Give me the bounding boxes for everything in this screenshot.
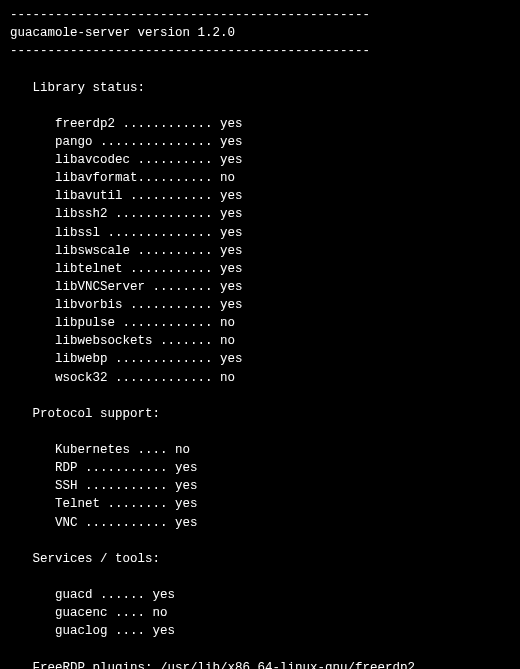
library-item-name: libssl	[55, 226, 100, 240]
library-item-row: libssl .............. yes	[10, 224, 510, 242]
library-item-status: yes	[220, 244, 243, 258]
services-item-status: yes	[153, 624, 176, 638]
dots: ..........	[130, 244, 220, 258]
blank	[10, 97, 510, 115]
library-item-name: pango	[55, 135, 93, 149]
divider-top: ----------------------------------------…	[10, 6, 510, 24]
dots: .............	[108, 352, 221, 366]
library-item-row: freerdp2 ............ yes	[10, 115, 510, 133]
protocol-item-status: yes	[175, 461, 198, 475]
protocol-item-name: SSH	[55, 479, 78, 493]
dots: ...........	[123, 189, 221, 203]
library-item-name: libswscale	[55, 244, 130, 258]
freerdp-plugins: FreeRDP plugins: /usr/lib/x86_64-linux-g…	[10, 659, 510, 670]
services-item-row: guaclog .... yes	[10, 622, 510, 640]
library-item-status: yes	[220, 226, 243, 240]
services-item-name: guaclog	[55, 624, 108, 638]
dots: .............	[108, 207, 221, 221]
protocol-item-status: yes	[175, 516, 198, 530]
library-item-status: yes	[220, 280, 243, 294]
protocol-heading: Protocol support:	[10, 405, 510, 423]
library-item-status: no	[220, 371, 235, 385]
library-item-row: libpulse ............ no	[10, 314, 510, 332]
services-item-name: guacenc	[55, 606, 108, 620]
library-item-status: yes	[220, 298, 243, 312]
library-item-status: no	[220, 171, 235, 185]
library-item-status: yes	[220, 117, 243, 131]
library-item-status: yes	[220, 135, 243, 149]
dots: ........	[100, 497, 175, 511]
library-item-row: libssh2 ............. yes	[10, 205, 510, 223]
library-item-row: libwebsockets ....... no	[10, 332, 510, 350]
protocol-item-name: Telnet	[55, 497, 100, 511]
library-item-status: yes	[220, 189, 243, 203]
dots: ......	[93, 588, 153, 602]
library-item-name: libtelnet	[55, 262, 123, 276]
dots: ...........	[78, 461, 176, 475]
blank	[10, 60, 510, 78]
library-item-row: libavutil ........... yes	[10, 187, 510, 205]
dots: ....	[108, 624, 153, 638]
library-item-name: libavformat	[55, 171, 138, 185]
services-item-status: yes	[153, 588, 176, 602]
services-item-row: guacd ...... yes	[10, 586, 510, 604]
library-item-name: libvorbis	[55, 298, 123, 312]
library-item-row: libvorbis ........... yes	[10, 296, 510, 314]
library-item-name: libssh2	[55, 207, 108, 221]
protocol-item-row: SSH ........... yes	[10, 477, 510, 495]
protocol-item-name: RDP	[55, 461, 78, 475]
protocol-item-status: yes	[175, 497, 198, 511]
library-item-name: freerdp2	[55, 117, 115, 131]
services-item-status: no	[153, 606, 168, 620]
dots: .............	[108, 371, 221, 385]
services-heading: Services / tools:	[10, 550, 510, 568]
library-item-status: no	[220, 334, 235, 348]
library-heading: Library status:	[10, 79, 510, 97]
library-item-name: libwebp	[55, 352, 108, 366]
dots: ...........	[78, 479, 176, 493]
dots: .......	[153, 334, 221, 348]
divider-bottom: ----------------------------------------…	[10, 42, 510, 60]
library-item-row: libswscale .......... yes	[10, 242, 510, 260]
protocol-item-row: Kubernetes .... no	[10, 441, 510, 459]
library-item-name: libpulse	[55, 316, 115, 330]
blank	[10, 568, 510, 586]
library-item-row: pango ............... yes	[10, 133, 510, 151]
library-item-row: libwebp ............. yes	[10, 350, 510, 368]
library-item-status: yes	[220, 352, 243, 366]
library-item-row: libavformat.......... no	[10, 169, 510, 187]
blank	[10, 387, 510, 405]
dots: ..........	[130, 153, 220, 167]
dots: ..........	[138, 171, 221, 185]
page-title: guacamole-server version 1.2.0	[10, 24, 510, 42]
blank	[10, 640, 510, 658]
library-item-name: libVNCServer	[55, 280, 145, 294]
protocol-item-name: VNC	[55, 516, 78, 530]
library-item-status: yes	[220, 262, 243, 276]
protocol-item-row: RDP ........... yes	[10, 459, 510, 477]
library-item-status: no	[220, 316, 235, 330]
services-item-name: guacd	[55, 588, 93, 602]
protocol-item-status: yes	[175, 479, 198, 493]
library-item-status: yes	[220, 207, 243, 221]
protocol-item-status: no	[175, 443, 190, 457]
protocol-item-name: Kubernetes	[55, 443, 130, 457]
protocol-item-row: VNC ........... yes	[10, 514, 510, 532]
dots: ...........	[78, 516, 176, 530]
blank	[10, 423, 510, 441]
library-item-row: wsock32 ............. no	[10, 369, 510, 387]
library-item-name: libavcodec	[55, 153, 130, 167]
library-item-name: libavutil	[55, 189, 123, 203]
dots: ..............	[100, 226, 220, 240]
library-item-row: libVNCServer ........ yes	[10, 278, 510, 296]
library-item-name: wsock32	[55, 371, 108, 385]
library-item-row: libtelnet ........... yes	[10, 260, 510, 278]
dots: ...............	[93, 135, 221, 149]
dots: ....	[108, 606, 153, 620]
library-item-name: libwebsockets	[55, 334, 153, 348]
library-item-row: libavcodec .......... yes	[10, 151, 510, 169]
services-item-row: guacenc .... no	[10, 604, 510, 622]
dots: ...........	[123, 262, 221, 276]
dots: ............	[115, 316, 220, 330]
dots: ............	[115, 117, 220, 131]
